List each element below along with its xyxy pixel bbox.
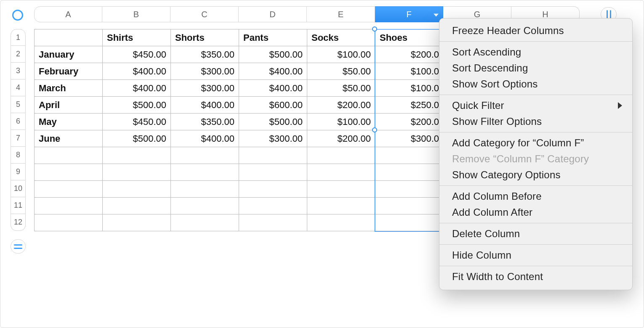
row-header-9[interactable]: 9 xyxy=(11,164,26,180)
row-header-4[interactable]: 4 xyxy=(11,79,26,96)
table-cell[interactable] xyxy=(307,198,375,214)
table-row-label[interactable]: February xyxy=(35,63,103,80)
table-cell[interactable]: $200.0 xyxy=(375,46,444,63)
row-header-11[interactable]: 11 xyxy=(11,197,26,214)
table-cell[interactable]: $300.0 xyxy=(375,130,444,147)
menu-item[interactable]: Show Sort Options xyxy=(439,76,632,92)
table-cell[interactable]: $400.00 xyxy=(171,130,239,147)
table-cell[interactable]: $50.00 xyxy=(307,80,375,97)
menu-item[interactable]: Add Column After xyxy=(439,204,632,220)
table-cell[interactable] xyxy=(103,181,171,198)
table-cell[interactable]: $300.00 xyxy=(171,80,239,97)
menu-item[interactable]: Add Column Before xyxy=(439,188,632,204)
table-handle-circle[interactable] xyxy=(12,10,23,21)
table-cell[interactable]: $100.00 xyxy=(307,46,375,63)
table-cell[interactable] xyxy=(103,164,171,181)
table-cell[interactable] xyxy=(35,164,103,181)
column-header-e[interactable]: E xyxy=(307,6,375,22)
table-cell[interactable]: $350.00 xyxy=(171,114,239,130)
table-cell[interactable]: $100.0 xyxy=(375,80,444,97)
column-header-f[interactable]: F xyxy=(375,6,443,22)
table-cell[interactable] xyxy=(239,214,307,231)
table-cell[interactable]: $400.00 xyxy=(171,97,239,114)
table-cell[interactable]: $250.0 xyxy=(375,97,444,114)
menu-item[interactable]: Fit Width to Content xyxy=(439,269,632,285)
table-header-cell[interactable]: Shorts xyxy=(171,29,239,46)
table-cell[interactable]: $500.00 xyxy=(239,114,307,130)
table-cell[interactable] xyxy=(375,164,444,181)
table-cell[interactable]: $100.0 xyxy=(375,63,444,80)
row-header-3[interactable]: 3 xyxy=(11,63,26,79)
table-cell[interactable] xyxy=(239,198,307,214)
table-header-cell[interactable]: Shirts xyxy=(103,29,171,46)
table-cell[interactable] xyxy=(307,214,375,231)
table-cell[interactable] xyxy=(375,147,444,164)
table-row-label[interactable]: January xyxy=(35,46,103,63)
table-row-label[interactable]: May xyxy=(35,114,103,130)
table-cell[interactable] xyxy=(171,181,239,198)
menu-item[interactable]: Quick Filter xyxy=(439,98,632,114)
table-cell[interactable]: $300.00 xyxy=(239,130,307,147)
chevron-down-icon[interactable] xyxy=(434,13,439,16)
row-header-8[interactable]: 8 xyxy=(11,147,26,164)
menu-item[interactable]: Add Category for “Column F” xyxy=(439,135,632,151)
table-header-cell[interactable]: Socks xyxy=(307,29,375,46)
table-cell[interactable] xyxy=(307,147,375,164)
table-cell[interactable]: $400.00 xyxy=(103,63,171,80)
table-cell[interactable]: $200.0 xyxy=(375,114,444,130)
table-header-cell[interactable]: Shoes xyxy=(375,29,444,46)
table-row-label[interactable]: March xyxy=(35,80,103,97)
table-cell[interactable] xyxy=(171,214,239,231)
table-cell[interactable]: $400.00 xyxy=(239,63,307,80)
table-cell[interactable] xyxy=(35,198,103,214)
table-row-label[interactable]: June xyxy=(35,130,103,147)
table-cell[interactable] xyxy=(103,214,171,231)
menu-item[interactable]: Sort Ascending xyxy=(439,44,632,60)
row-header-7[interactable]: 7 xyxy=(11,130,26,147)
table-row-label[interactable]: April xyxy=(35,97,103,114)
table-cell[interactable]: $450.00 xyxy=(103,46,171,63)
row-header-6[interactable]: 6 xyxy=(11,113,26,130)
table-header-cell[interactable]: Pants xyxy=(239,29,307,46)
table-header-cell[interactable] xyxy=(35,29,103,46)
menu-item[interactable]: Hide Column xyxy=(439,247,632,263)
column-header-d[interactable]: D xyxy=(239,6,307,22)
menu-item[interactable]: Show Category Options xyxy=(439,167,632,183)
table-cell[interactable]: $50.00 xyxy=(307,63,375,80)
table-cell[interactable] xyxy=(375,214,444,231)
table-cell[interactable] xyxy=(171,147,239,164)
table-cell[interactable]: $200.00 xyxy=(307,97,375,114)
table-cell[interactable] xyxy=(171,198,239,214)
row-header-12[interactable]: 12 xyxy=(11,214,26,231)
table-cell[interactable] xyxy=(375,198,444,214)
menu-item[interactable]: Show Filter Options xyxy=(439,114,632,130)
table-cell[interactable]: $350.00 xyxy=(171,46,239,63)
table-cell[interactable] xyxy=(35,147,103,164)
column-header-a[interactable]: A xyxy=(34,6,102,22)
table-cell[interactable] xyxy=(171,164,239,181)
menu-item[interactable]: Freeze Header Columns xyxy=(439,23,632,39)
table-cell[interactable] xyxy=(307,164,375,181)
table-cell[interactable]: $100.00 xyxy=(307,114,375,130)
table-cell[interactable]: $400.00 xyxy=(103,80,171,97)
table-cell[interactable]: $500.00 xyxy=(103,130,171,147)
table-cell[interactable]: $500.00 xyxy=(239,46,307,63)
row-header-2[interactable]: 2 xyxy=(11,46,26,63)
row-header-5[interactable]: 5 xyxy=(11,96,26,113)
table-cell[interactable]: $400.00 xyxy=(239,80,307,97)
table-cell[interactable]: $450.00 xyxy=(103,114,171,130)
table-cell[interactable]: $300.00 xyxy=(171,63,239,80)
table-cell[interactable] xyxy=(35,214,103,231)
table-cell[interactable] xyxy=(375,181,444,198)
menu-item[interactable]: Delete Column xyxy=(439,226,632,242)
table-cell[interactable] xyxy=(103,198,171,214)
table-cell[interactable] xyxy=(103,147,171,164)
table-cell[interactable]: $200.00 xyxy=(307,130,375,147)
table-cell[interactable] xyxy=(307,181,375,198)
table-cell[interactable] xyxy=(35,181,103,198)
menu-item[interactable]: Sort Descending xyxy=(439,60,632,76)
table-cell[interactable] xyxy=(239,147,307,164)
row-header-1[interactable]: 1 xyxy=(11,29,26,46)
table-cell[interactable] xyxy=(239,181,307,198)
table-cell[interactable]: $500.00 xyxy=(103,97,171,114)
